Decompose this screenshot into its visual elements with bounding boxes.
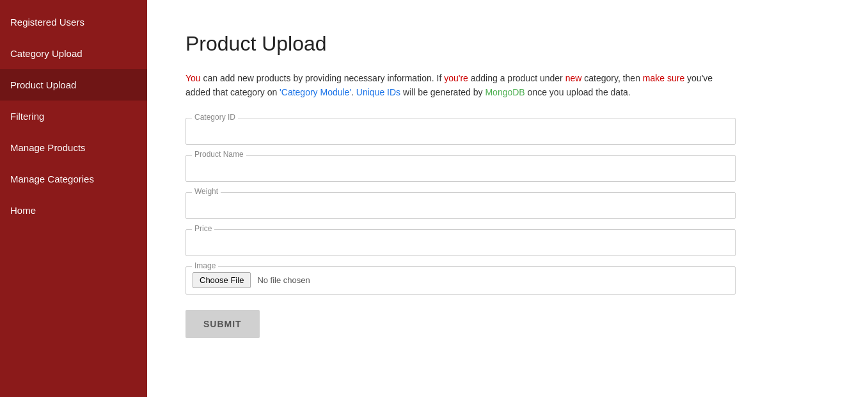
weight-field-group: Weight (185, 192, 736, 219)
sidebar-item-registered-users[interactable]: Registered Users (0, 6, 147, 38)
price-field-group: Price (185, 229, 736, 256)
main-content: Product Upload You can add new products … (147, 0, 868, 397)
image-field-group: Image Choose File No file chosen (185, 266, 736, 295)
sidebar-item-home[interactable]: Home (0, 195, 147, 226)
sidebar-item-manage-categories[interactable]: Manage Categories (0, 163, 147, 195)
weight-label: Weight (192, 187, 221, 196)
product-name-field-group: Product Name (185, 155, 736, 182)
sidebar-item-manage-products[interactable]: Manage Products (0, 132, 147, 163)
price-input[interactable] (185, 229, 736, 256)
category-id-input[interactable] (185, 118, 736, 145)
no-file-chosen-label: No file chosen (257, 275, 310, 285)
sidebar: Registered Users Category Upload Product… (0, 0, 147, 397)
file-input-wrapper: Choose File No file chosen (185, 266, 736, 295)
weight-input[interactable] (185, 192, 736, 219)
sidebar-item-filtering[interactable]: Filtering (0, 101, 147, 132)
category-id-field-group: Category ID (185, 118, 736, 145)
product-name-input[interactable] (185, 155, 736, 182)
category-id-label: Category ID (192, 113, 238, 122)
sidebar-item-category-upload[interactable]: Category Upload (0, 38, 147, 69)
page-title: Product Upload (185, 32, 830, 56)
sidebar-item-product-upload[interactable]: Product Upload (0, 69, 147, 101)
price-label: Price (192, 224, 214, 233)
description: You can add new products by providing ne… (185, 71, 736, 100)
product-name-label: Product Name (192, 150, 246, 159)
submit-button[interactable]: SUBMIT (185, 310, 260, 338)
choose-file-button[interactable]: Choose File (193, 272, 251, 288)
image-label: Image (192, 261, 218, 270)
form-container: Category ID Product Name Weight Price Im… (185, 118, 736, 338)
